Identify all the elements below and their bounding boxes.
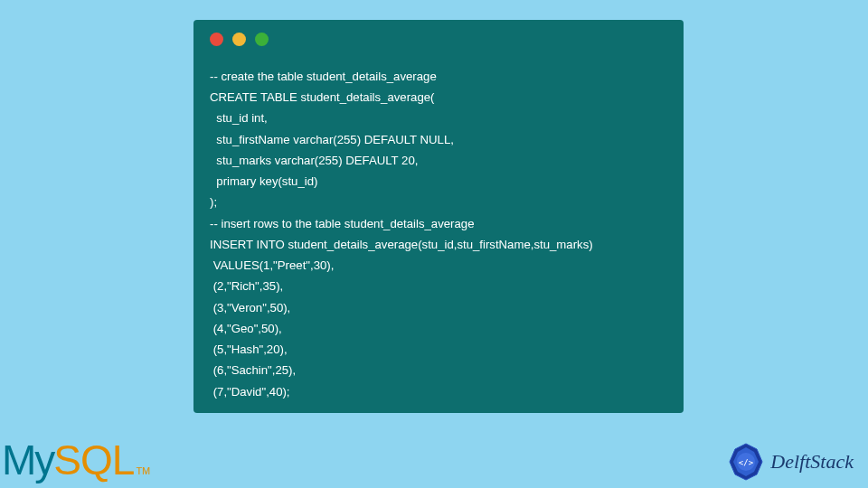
window-controls [210,33,667,46]
mysql-tm-text: TM [136,465,150,476]
code-window: -- create the table student_details_aver… [193,20,684,413]
mysql-my-text: My [2,436,53,484]
delftstack-icon: </> [727,443,765,481]
minimize-dot-icon [232,33,246,46]
mysql-sql-text: SQL [53,436,134,484]
code-content: -- create the table student_details_aver… [210,66,667,402]
delftstack-logo: </> DelftStack [727,443,854,481]
close-dot-icon [210,33,223,46]
mysql-logo: MySQLTM [2,436,150,484]
delftstack-text: DelftStack [770,450,854,474]
svg-text:</>: </> [739,458,754,467]
maximize-dot-icon [255,33,269,46]
